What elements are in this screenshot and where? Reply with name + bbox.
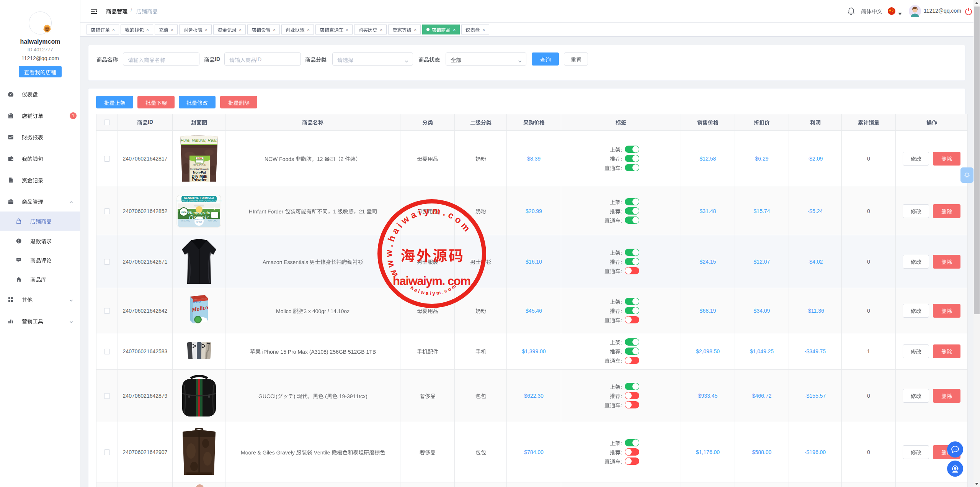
svg-text:USDA: USDA xyxy=(181,211,187,213)
svg-text:Certified Organic: Certified Organic xyxy=(190,167,209,171)
svg-text:FOR INFANTS 0-12 MONTHS WITH L: FOR INFANTS 0-12 MONTHS WITH LACTOSE SEN… xyxy=(176,200,222,202)
svg-text:MODELED: MODELED xyxy=(195,219,204,221)
svg-text:ORGANIC: ORGANIC xyxy=(181,220,190,222)
svg-text:NON-GMO: NON-GMO xyxy=(208,220,217,222)
svg-text:1: 1 xyxy=(213,207,216,211)
svg-text:SENSITIVE FORMULA: SENSITIVE FORMULA xyxy=(184,196,214,200)
svg-text:NOW: NOW xyxy=(197,157,202,159)
svg-text:Powder: Powder xyxy=(192,177,207,182)
svg-text:AFTER: AFTER xyxy=(196,221,203,223)
svg-text:REAL FOOD: REAL FOOD xyxy=(192,163,206,166)
svg-text:haiwaiym. com: haiwaiym. com xyxy=(393,274,471,288)
svg-text:Pure, Natural, Real.: Pure, Natural, Real. xyxy=(180,138,217,143)
